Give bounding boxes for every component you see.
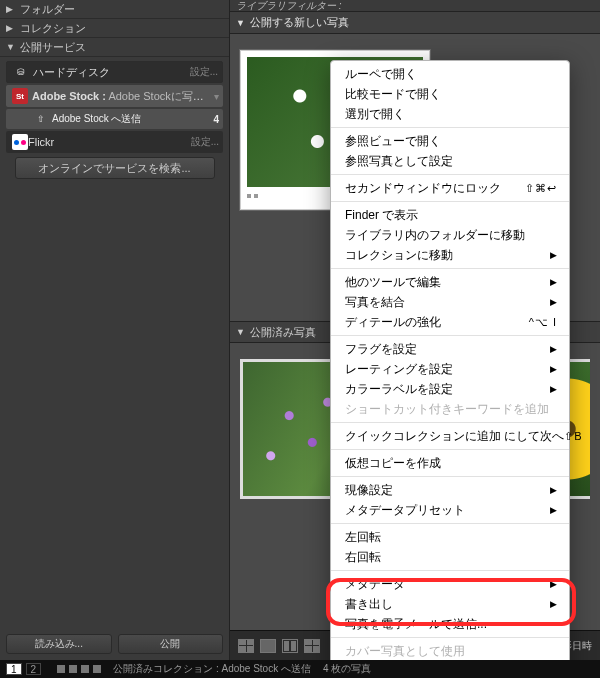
adobe-stock-label: Adobe Stock : Adobe Stockに写真…	[32, 89, 214, 104]
menu-ref-set[interactable]: 参照写真として設定	[331, 151, 569, 171]
menu-flag[interactable]: フラグを設定▶	[331, 339, 569, 359]
triangle-right-icon: ▶	[6, 4, 16, 14]
harddisk-setup[interactable]: 設定...	[190, 65, 218, 79]
menu-detail-enhance[interactable]: ディテールの強化^⌥ I	[331, 312, 569, 332]
folder-label: フォルダー	[20, 2, 221, 17]
triangle-right-icon: ▶	[6, 23, 16, 33]
publish-services-row[interactable]: ▼ 公開サービス	[0, 38, 229, 57]
adobe-stock-send-label: Adobe Stock へ送信	[52, 112, 213, 126]
collections-label: コレクション	[20, 21, 221, 36]
send-icon: ⇧	[34, 111, 48, 127]
view-survey-button[interactable]	[304, 639, 320, 653]
status-dot-icon	[81, 665, 89, 673]
adobe-stock-chevron[interactable]: ▾	[214, 91, 219, 102]
status-dot-icon	[69, 665, 77, 673]
menu-rotate-left[interactable]: 左回転	[331, 527, 569, 547]
menu-keyword-add: ショートカット付きキーワードを追加	[331, 399, 569, 419]
library-filter-row[interactable]: ライブラリフィルター :	[230, 0, 600, 12]
menu-edit-other[interactable]: 他のツールで編集▶	[331, 272, 569, 292]
view-grid-button[interactable]	[238, 639, 254, 653]
status-collection: 公開済みコレクション : Adobe Stock へ送信	[113, 662, 311, 676]
menu-goto-folder[interactable]: ライブラリ内のフォルダーに移動	[331, 225, 569, 245]
new-photos-label: 公開する新しい写真	[250, 15, 349, 30]
menu-rotate-right[interactable]: 右回転	[331, 547, 569, 567]
import-button[interactable]: 読み込み...	[6, 634, 112, 654]
triangle-down-icon: ▼	[236, 327, 245, 337]
new-photos-header[interactable]: ▼ 公開する新しい写真	[230, 12, 600, 34]
view-compare-button[interactable]	[282, 639, 298, 653]
published-photos-label: 公開済み写真	[250, 325, 316, 340]
flickr-label: Flickr	[28, 136, 191, 148]
services-body: ⛁ ハードディスク 設定... St Adobe Stock : Adobe S…	[0, 57, 229, 634]
menu-second-window[interactable]: セカンドウィンドウにロック⇧⌘↩	[331, 178, 569, 198]
menu-rating[interactable]: レーティングを設定▶	[331, 359, 569, 379]
menu-goto-collection[interactable]: コレクションに移動▶	[331, 245, 569, 265]
menu-loupe[interactable]: ルーペで開く	[331, 64, 569, 84]
menu-merge[interactable]: 写真を結合▶	[331, 292, 569, 312]
status-count: 4 枚の写真	[323, 662, 371, 676]
library-filter-label: ライブラリフィルター :	[236, 0, 342, 13]
menu-virtual-copy[interactable]: 仮想コピーを作成	[331, 453, 569, 473]
adobe-stock-count: 4	[213, 114, 219, 125]
menu-select-open[interactable]: 選別で開く	[331, 104, 569, 124]
left-bottom-bar: 読み込み... 公開	[0, 634, 229, 660]
page-2[interactable]: 2	[26, 663, 42, 675]
menu-compare[interactable]: 比較モードで開く	[331, 84, 569, 104]
search-services-button[interactable]: オンラインでサービスを検索...	[15, 157, 215, 179]
adobe-stock-icon: St	[12, 88, 28, 104]
view-loupe-button[interactable]	[260, 639, 276, 653]
triangle-down-icon: ▼	[6, 42, 16, 52]
flickr-service[interactable]: Flickr 設定...	[6, 131, 223, 153]
status-dot-icon	[57, 665, 65, 673]
menu-export[interactable]: 書き出し▶	[331, 594, 569, 614]
adobe-stock-send-item[interactable]: ⇧ Adobe Stock へ送信 4	[6, 109, 223, 129]
status-bar: 1 2 公開済みコレクション : Adobe Stock へ送信 4 枚の写真	[0, 660, 600, 678]
harddisk-service[interactable]: ⛁ ハードディスク 設定...	[6, 61, 223, 83]
menu-finder[interactable]: Finder で表示	[331, 205, 569, 225]
menu-metadata[interactable]: メタデータ▶	[331, 574, 569, 594]
menu-meta-preset[interactable]: メタデータプリセット▶	[331, 500, 569, 520]
harddisk-label: ハードディスク	[33, 65, 190, 80]
page-1[interactable]: 1	[6, 663, 22, 675]
search-services-label: オンラインでサービスを検索...	[38, 161, 190, 176]
status-dot-icon	[93, 665, 101, 673]
adobe-stock-service[interactable]: St Adobe Stock : Adobe Stockに写真… ▾	[6, 85, 223, 107]
menu-quick-collection[interactable]: クイックコレクションに追加 にして次へ⇧B	[331, 426, 569, 446]
menu-email[interactable]: 写真を電子メールで送信...	[331, 614, 569, 634]
menu-color-label[interactable]: カラーラベルを設定▶	[331, 379, 569, 399]
menu-develop[interactable]: 現像設定▶	[331, 480, 569, 500]
harddisk-icon: ⛁	[13, 64, 29, 80]
publish-button[interactable]: 公開	[118, 634, 224, 654]
services-label: 公開サービス	[20, 40, 221, 55]
triangle-down-icon: ▼	[236, 18, 245, 28]
context-menu: ルーペで開く 比較モードで開く 選別で開く 参照ビューで開く 参照写真として設定…	[330, 60, 570, 678]
folder-row[interactable]: ▶ フォルダー	[0, 0, 229, 19]
flickr-icon	[12, 134, 28, 150]
collections-row[interactable]: ▶ コレクション	[0, 19, 229, 38]
menu-cover-use: カバー写真として使用	[331, 641, 569, 661]
menu-ref-view[interactable]: 参照ビューで開く	[331, 131, 569, 151]
flickr-setup[interactable]: 設定...	[191, 135, 219, 149]
